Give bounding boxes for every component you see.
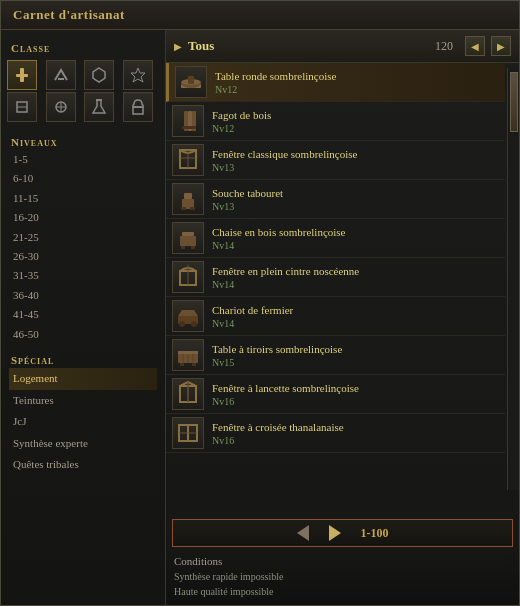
level-items: 1-5 6-10 11-15 16-20 21-25 26-30 31-35 3… <box>1 150 165 344</box>
category-play-icon: ▶ <box>174 41 182 52</box>
svg-point-29 <box>191 321 197 327</box>
item-level: Nv14 <box>212 279 499 290</box>
special-quetes-tribales[interactable]: Quêtes tribales <box>9 454 157 476</box>
page-range: 1-100 <box>361 526 389 541</box>
item-row[interactable]: Table ronde sombrelinçoise Nv12 <box>166 63 505 102</box>
item-row[interactable]: Chariot de fermier Nv14 <box>166 297 505 336</box>
svg-point-28 <box>179 321 185 327</box>
item-info: Fenêtre en plein cintre noscéenne Nv14 <box>212 264 499 289</box>
level-21-25[interactable]: 21-25 <box>9 228 157 247</box>
item-level: Nv12 <box>215 84 499 95</box>
item-icon <box>172 222 204 254</box>
item-info: Fagot de bois Nv12 <box>212 108 499 133</box>
item-row[interactable]: Fenêtre à lancette sombrelinçoise Nv16 <box>166 375 505 414</box>
item-level: Nv16 <box>212 396 499 407</box>
class-icon-armorer[interactable] <box>84 60 114 90</box>
item-level: Nv14 <box>212 318 499 329</box>
svg-rect-1 <box>20 68 24 82</box>
item-icon <box>172 183 204 215</box>
svg-rect-35 <box>180 363 184 366</box>
item-info: Table à tiroirs sombrelinçoise Nv15 <box>212 342 499 367</box>
item-name: Fenêtre à croisée thanalanaise <box>212 420 499 434</box>
class-icon-goldsmith[interactable] <box>123 60 153 90</box>
item-info: Fenêtre à lancette sombrelinçoise Nv16 <box>212 381 499 406</box>
item-icon <box>172 300 204 332</box>
special-teintures[interactable]: Teintures <box>9 390 157 412</box>
svg-marker-3 <box>131 68 145 82</box>
item-level: Nv16 <box>212 435 499 446</box>
item-name: Fenêtre en plein cintre noscéenne <box>212 264 499 278</box>
item-row[interactable]: Souche tabouret Nv13 <box>166 180 505 219</box>
item-icon <box>172 144 204 176</box>
item-name: Fenêtre classique sombrelinçoise <box>212 147 499 161</box>
special-logement[interactable]: Logement <box>9 368 157 390</box>
classe-header: Classe <box>1 38 165 56</box>
svg-rect-5 <box>133 107 143 114</box>
item-icon <box>172 105 204 137</box>
item-level: Nv13 <box>212 201 499 212</box>
window-title: Carnet d'artisanat <box>13 7 125 23</box>
category-bar: ▶ Tous 120 ◀ ▶ <box>166 30 519 63</box>
scrollbar[interactable] <box>507 68 519 490</box>
page-next-button[interactable] <box>329 525 341 541</box>
item-row[interactable]: Fagot de bois Nv12 <box>166 102 505 141</box>
level-31-35[interactable]: 31-35 <box>9 266 157 285</box>
item-icon <box>172 339 204 371</box>
item-row[interactable]: Fenêtre à croisée thanalanaise Nv16 <box>166 414 505 453</box>
item-icon <box>172 417 204 449</box>
level-11-15[interactable]: 11-15 <box>9 189 157 208</box>
item-row[interactable]: Table à tiroirs sombrelinçoise Nv15 <box>166 336 505 375</box>
level-1-5[interactable]: 1-5 <box>9 150 157 169</box>
special-jcj[interactable]: JcJ <box>9 411 157 433</box>
item-info: Chariot de fermier Nv14 <box>212 303 499 328</box>
special-synthese-experte[interactable]: Synthèse experte <box>9 433 157 455</box>
class-icon-carpenter[interactable] <box>7 60 37 90</box>
special-header: Spécial <box>1 350 165 368</box>
condition-2: Haute qualité impossible <box>174 584 511 599</box>
item-level: Nv15 <box>212 357 499 368</box>
page-prev-button[interactable] <box>297 525 309 541</box>
class-icon-blacksmith[interactable] <box>46 60 76 90</box>
item-name: Fenêtre à lancette sombrelinçoise <box>212 381 499 395</box>
item-level: Nv14 <box>212 240 499 251</box>
item-info: Souche tabouret Nv13 <box>212 186 499 211</box>
class-icon-leatherworker[interactable] <box>7 92 37 122</box>
item-icon <box>172 378 204 410</box>
title-bar: Carnet d'artisanat <box>1 1 519 30</box>
special-section: Spécial Logement Teintures JcJ Synthèse … <box>1 350 165 476</box>
item-info: Fenêtre classique sombrelinçoise Nv13 <box>212 147 499 172</box>
item-row[interactable]: Chaise en bois sombrelinçoise Nv14 <box>166 219 505 258</box>
category-next-button[interactable]: ▶ <box>491 36 511 56</box>
level-41-45[interactable]: 41-45 <box>9 305 157 324</box>
item-name: Fagot de bois <box>212 108 499 122</box>
svg-rect-20 <box>190 207 195 210</box>
scroll-thumb[interactable] <box>510 72 518 132</box>
item-name: Souche tabouret <box>212 186 499 200</box>
class-icon-alchemist[interactable] <box>84 92 114 122</box>
svg-rect-18 <box>184 193 192 199</box>
level-6-10[interactable]: 6-10 <box>9 169 157 188</box>
special-items: Logement Teintures JcJ Synthèse experte … <box>1 368 165 476</box>
svg-rect-23 <box>181 246 185 249</box>
level-46-50[interactable]: 46-50 <box>9 325 157 344</box>
level-36-40[interactable]: 36-40 <box>9 286 157 305</box>
svg-rect-31 <box>178 351 198 354</box>
class-icon-weaver[interactable] <box>46 92 76 122</box>
item-info: Chaise en bois sombrelinçoise Nv14 <box>212 225 499 250</box>
item-name: Table ronde sombrelinçoise <box>215 69 499 83</box>
category-prev-button[interactable]: ◀ <box>465 36 485 56</box>
item-level: Nv12 <box>212 123 499 134</box>
crafting-notebook-window: Carnet d'artisanat Classe <box>0 0 520 606</box>
svg-rect-22 <box>182 232 194 236</box>
item-row[interactable]: Fenêtre en plein cintre noscéenne Nv14 <box>166 258 505 297</box>
conditions-area: Conditions Synthèse rapide impossible Ha… <box>166 551 519 605</box>
level-16-20[interactable]: 16-20 <box>9 208 157 227</box>
levels-section: Niveaux 1-5 6-10 11-15 16-20 21-25 26-30… <box>1 132 165 344</box>
item-info: Fenêtre à croisée thanalanaise Nv16 <box>212 420 499 445</box>
category-name: Tous <box>188 38 429 54</box>
item-row[interactable]: Fenêtre classique sombrelinçoise Nv13 <box>166 141 505 180</box>
svg-rect-13 <box>182 126 196 129</box>
item-level: Nv13 <box>212 162 499 173</box>
level-26-30[interactable]: 26-30 <box>9 247 157 266</box>
class-icon-culinarian[interactable] <box>123 92 153 122</box>
